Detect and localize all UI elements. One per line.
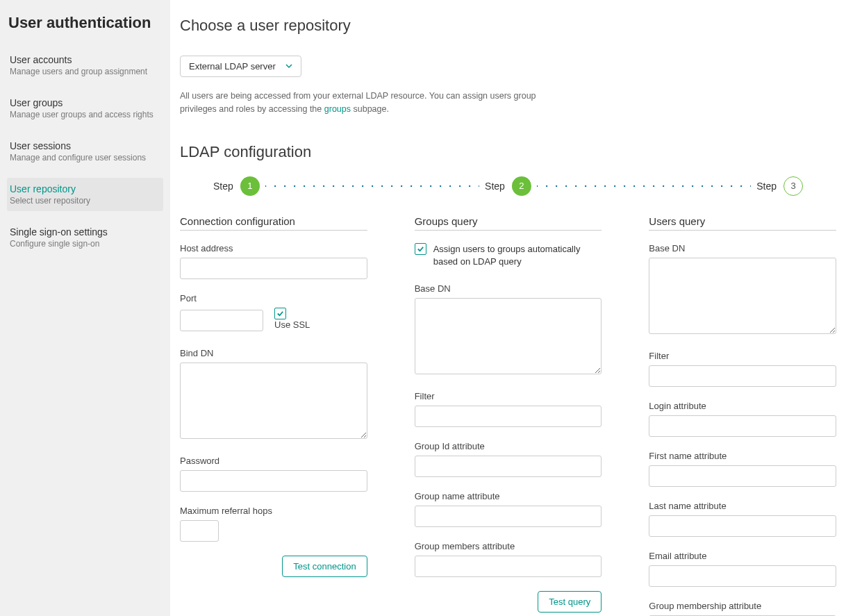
email-attribute-input[interactable] xyxy=(649,565,836,587)
max-hops-input[interactable] xyxy=(180,520,219,542)
groups-link[interactable]: groups xyxy=(324,104,351,114)
step-label: Step xyxy=(756,181,777,192)
group-id-input[interactable] xyxy=(415,456,602,477)
repository-selected-value: External LDAP server xyxy=(189,61,276,72)
sidebar-item-desc: Manage and configure user sessions xyxy=(10,153,160,163)
sidebar-item-sso-settings[interactable]: Single sign-on settings Configure single… xyxy=(7,221,163,254)
login-attribute-label: Login attribute xyxy=(649,401,836,411)
sidebar-item-desc: Configure single sign-on xyxy=(10,239,160,249)
chevron-down-icon xyxy=(285,63,292,71)
password-label: Password xyxy=(180,456,367,466)
groups-filter-label: Filter xyxy=(415,391,602,401)
step-3: Step 3 xyxy=(756,176,803,196)
sidebar-item-user-accounts[interactable]: User accounts Manage users and group ass… xyxy=(7,49,163,82)
last-name-attribute-label: Last name attribute xyxy=(649,501,836,511)
assign-users-label: Assign users to groups automatically bas… xyxy=(433,243,602,268)
sidebar-item-desc: Manage user groups and access rights xyxy=(10,110,160,119)
last-name-attribute-input[interactable] xyxy=(649,515,836,537)
use-ssl-checkbox[interactable]: Use SSL xyxy=(274,308,310,330)
max-hops-label: Maximum referral hops xyxy=(180,506,367,516)
group-name-label: Group name attribute xyxy=(415,491,602,501)
checkbox-icon xyxy=(274,308,286,319)
step-label: Step xyxy=(213,181,233,192)
users-query-column: Users query Base DN Filter Login attribu… xyxy=(649,215,836,616)
port-label: Port xyxy=(180,293,367,303)
first-name-attribute-label: First name attribute xyxy=(649,451,836,461)
host-address-label: Host address xyxy=(180,243,367,253)
users-filter-input[interactable] xyxy=(649,365,836,387)
groups-filter-input[interactable] xyxy=(415,406,602,427)
assign-users-checkbox[interactable] xyxy=(415,243,426,268)
sidebar: User authentication User accounts Manage… xyxy=(0,0,170,616)
users-base-dn-input[interactable] xyxy=(649,258,836,334)
users-filter-label: Filter xyxy=(649,351,836,361)
groups-base-dn-label: Base DN xyxy=(415,283,602,294)
step-connector xyxy=(537,185,751,188)
login-attribute-input[interactable] xyxy=(649,415,836,437)
step-2: Step 2 xyxy=(485,176,531,196)
sidebar-item-user-repository[interactable]: User repository Select user repository xyxy=(7,178,163,211)
group-members-label: Group members attribute xyxy=(415,541,602,551)
first-name-attribute-input[interactable] xyxy=(649,465,836,487)
port-input[interactable] xyxy=(180,310,263,331)
group-id-label: Group Id attribute xyxy=(415,441,602,451)
sidebar-item-label: User repository xyxy=(10,183,160,194)
page-title: Choose a user repository xyxy=(180,17,836,35)
step-connector xyxy=(265,185,479,188)
use-ssl-label: Use SSL xyxy=(274,319,310,330)
groups-test-query-button[interactable]: Test query xyxy=(538,591,602,613)
groups-base-dn-input[interactable] xyxy=(415,298,602,374)
step-circle: 2 xyxy=(512,176,531,196)
repository-select[interactable]: External LDAP server xyxy=(180,56,301,77)
sidebar-item-user-sessions[interactable]: User sessions Manage and configure user … xyxy=(7,135,163,168)
test-connection-button[interactable]: Test connection xyxy=(282,556,367,577)
step-circle: 3 xyxy=(783,176,803,196)
bind-dn-input[interactable] xyxy=(180,363,367,439)
sidebar-item-label: Single sign-on settings xyxy=(10,226,160,238)
sidebar-item-label: User accounts xyxy=(10,54,160,65)
connection-config-column: Connection configuration Host address Po… xyxy=(180,215,367,577)
group-title: Connection configuration xyxy=(180,215,367,231)
users-base-dn-label: Base DN xyxy=(649,243,836,253)
group-title: Users query xyxy=(649,215,836,231)
sidebar-heading: User authentication xyxy=(7,14,163,32)
repository-note: All users are being accessed from your e… xyxy=(180,90,541,117)
sidebar-item-user-groups[interactable]: User groups Manage user groups and acces… xyxy=(7,92,163,125)
sidebar-item-desc: Select user repository xyxy=(10,196,160,206)
group-members-input[interactable] xyxy=(415,556,602,577)
host-address-input[interactable] xyxy=(180,258,367,279)
password-input[interactable] xyxy=(180,470,367,492)
step-circle: 1 xyxy=(240,176,260,196)
sidebar-item-label: User groups xyxy=(10,97,160,108)
ldap-config-title: LDAP configuration xyxy=(180,143,836,161)
steps-indicator: Step 1 Step 2 Step 3 xyxy=(180,176,836,196)
groups-query-column: Groups query Assign users to groups auto… xyxy=(415,215,602,613)
bind-dn-label: Bind DN xyxy=(180,348,367,358)
sidebar-item-label: User sessions xyxy=(10,140,160,151)
email-attribute-label: Email attribute xyxy=(649,551,836,561)
checkbox-icon xyxy=(415,243,426,255)
main-content: Choose a user repository External LDAP s… xyxy=(170,0,846,616)
step-label: Step xyxy=(485,181,505,192)
sidebar-item-desc: Manage users and group assignment xyxy=(10,67,160,76)
group-title: Groups query xyxy=(415,215,602,231)
group-name-input[interactable] xyxy=(415,506,602,527)
group-membership-attribute-label: Group membership attribute xyxy=(649,601,836,611)
step-1: Step 1 xyxy=(213,176,260,196)
